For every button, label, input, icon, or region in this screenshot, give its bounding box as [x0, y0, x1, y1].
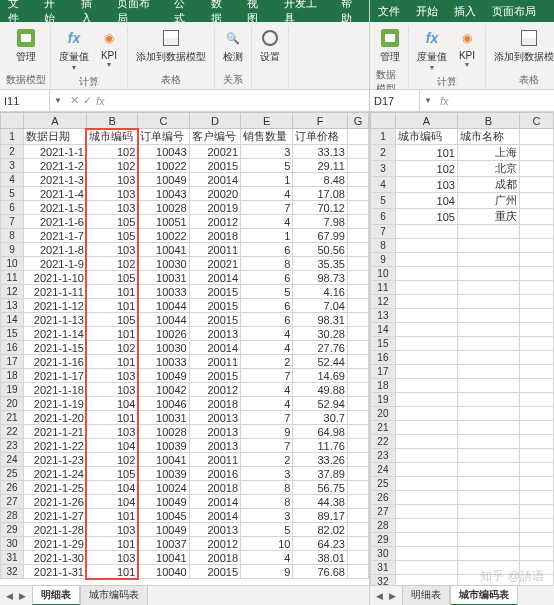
row-header[interactable]: 11	[1, 271, 24, 285]
cell[interactable]: 10022	[138, 229, 189, 243]
row-header[interactable]: 32	[371, 575, 396, 586]
cell[interactable]: 64.98	[293, 425, 348, 439]
cell[interactable]: 4	[241, 341, 293, 355]
cell[interactable]	[520, 491, 554, 505]
cell[interactable]: 4	[241, 383, 293, 397]
cell[interactable]: 89.17	[293, 509, 348, 523]
cell[interactable]	[520, 193, 554, 209]
cell[interactable]: 北京	[457, 161, 519, 177]
cell[interactable]	[395, 463, 457, 477]
row-header[interactable]: 9	[1, 243, 24, 257]
cell[interactable]	[457, 477, 519, 491]
cell[interactable]	[520, 309, 554, 323]
cell[interactable]: 10033	[138, 285, 189, 299]
column-header[interactable]: A	[24, 113, 87, 129]
column-header[interactable]: G	[347, 113, 368, 129]
cell[interactable]: 2021-1-15	[24, 341, 87, 355]
cell[interactable]: 10030	[138, 341, 189, 355]
row-header[interactable]: 12	[371, 295, 396, 309]
row-header[interactable]: 12	[1, 285, 24, 299]
cell[interactable]: 6	[241, 299, 293, 313]
cell[interactable]	[520, 323, 554, 337]
row-header[interactable]: 2	[371, 145, 396, 161]
row-header[interactable]: 8	[1, 229, 24, 243]
cell[interactable]: 9	[241, 425, 293, 439]
cell[interactable]: 9	[241, 565, 293, 579]
header-cell[interactable]: 城市编码	[395, 129, 457, 145]
cell[interactable]: 10022	[138, 159, 189, 173]
cell[interactable]	[457, 393, 519, 407]
cell[interactable]: 10028	[138, 425, 189, 439]
cell[interactable]	[395, 267, 457, 281]
row-header[interactable]: 16	[1, 341, 24, 355]
row-header[interactable]: 24	[371, 463, 396, 477]
cell[interactable]: 105	[86, 229, 137, 243]
row-header[interactable]: 14	[371, 323, 396, 337]
cell[interactable]	[395, 379, 457, 393]
cell[interactable]: 101	[86, 327, 137, 341]
cell[interactable]: 101	[86, 411, 137, 425]
cell[interactable]: 3	[241, 145, 293, 159]
menu-item[interactable]: 插入	[446, 4, 484, 19]
cell[interactable]: 4	[241, 215, 293, 229]
cell[interactable]: 2021-1-27	[24, 509, 87, 523]
cell[interactable]: 2021-1-2	[24, 159, 87, 173]
cell[interactable]: 14.69	[293, 369, 348, 383]
cell[interactable]: 10044	[138, 313, 189, 327]
cell[interactable]: 10028	[138, 201, 189, 215]
column-header[interactable]: D	[189, 113, 240, 129]
row-header[interactable]: 5	[371, 193, 396, 209]
row-header[interactable]: 16	[371, 351, 396, 365]
cell[interactable]: 2021-1-14	[24, 327, 87, 341]
row-header[interactable]: 30	[1, 537, 24, 551]
name-box[interactable]: I11	[0, 90, 50, 111]
cell[interactable]: 2	[241, 453, 293, 467]
cell[interactable]: 30.28	[293, 327, 348, 341]
cell[interactable]: 20014	[189, 509, 240, 523]
cell[interactable]: 20012	[189, 383, 240, 397]
cell[interactable]	[347, 397, 368, 411]
cell[interactable]: 20011	[189, 453, 240, 467]
cell[interactable]: 4	[241, 187, 293, 201]
cell[interactable]: 76.68	[293, 565, 348, 579]
cell[interactable]: 10	[241, 537, 293, 551]
header-cell[interactable]: 客户编号	[189, 129, 240, 145]
cell[interactable]: 2021-1-3	[24, 173, 87, 187]
ribbon-button[interactable]: 管理	[376, 26, 404, 66]
cell[interactable]	[347, 565, 368, 579]
cell[interactable]: 1	[241, 229, 293, 243]
cell[interactable]	[347, 215, 368, 229]
cell[interactable]	[457, 267, 519, 281]
fx-icon[interactable]: fx	[96, 95, 105, 107]
cell[interactable]	[347, 355, 368, 369]
cell[interactable]	[347, 481, 368, 495]
row-header[interactable]: 17	[371, 365, 396, 379]
column-header[interactable]: B	[86, 113, 137, 129]
cell[interactable]: 4.16	[293, 285, 348, 299]
cell[interactable]	[395, 477, 457, 491]
cell[interactable]: 2021-1-17	[24, 369, 87, 383]
cell[interactable]	[347, 509, 368, 523]
cell[interactable]	[347, 285, 368, 299]
sheet-tab[interactable]: 城市编码表	[450, 585, 518, 605]
cell[interactable]	[347, 145, 368, 159]
cell[interactable]	[457, 337, 519, 351]
cell[interactable]: 7	[241, 369, 293, 383]
cell[interactable]: 101	[86, 285, 137, 299]
cell[interactable]	[395, 323, 457, 337]
cell[interactable]: 38.01	[293, 551, 348, 565]
cell[interactable]	[457, 463, 519, 477]
cell[interactable]: 10026	[138, 327, 189, 341]
row-header[interactable]: 3	[1, 159, 24, 173]
cell[interactable]	[347, 411, 368, 425]
row-header[interactable]: 20	[1, 397, 24, 411]
cell[interactable]: 101	[86, 537, 137, 551]
cell[interactable]	[457, 351, 519, 365]
cell[interactable]	[520, 239, 554, 253]
cell[interactable]: 2021-1-29	[24, 537, 87, 551]
cell[interactable]: 10046	[138, 397, 189, 411]
cell[interactable]: 2	[241, 355, 293, 369]
cell[interactable]: 7	[241, 411, 293, 425]
cell[interactable]: 11.76	[293, 439, 348, 453]
cell[interactable]	[395, 281, 457, 295]
